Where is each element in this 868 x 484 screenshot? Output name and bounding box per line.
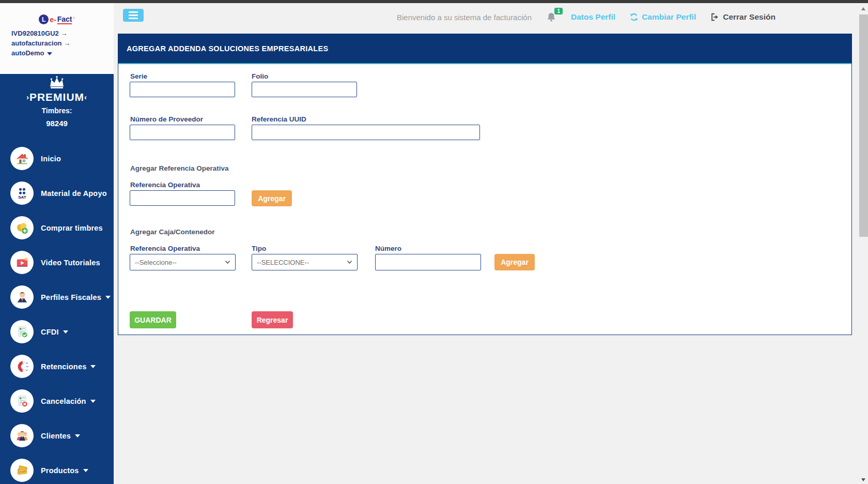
person-icon: [10, 285, 34, 309]
premium-decor-right: ‹: [84, 93, 87, 101]
video-icon: [10, 251, 34, 274]
chevron-down-icon: [90, 400, 96, 403]
datos-perfil-link[interactable]: Datos Perfil: [571, 12, 615, 22]
guardar-button[interactable]: GUARDAR: [130, 311, 176, 328]
timbres-value: 98249: [0, 119, 114, 128]
crown-icon: [47, 76, 67, 88]
topbar-right: Bienvenido a su sistema de facturación 1…: [397, 9, 776, 25]
sidebar-item-material-de-apoyo[interactable]: SAT Material de Apoyo: [0, 176, 114, 210]
document-cancel-icon: [10, 389, 34, 413]
logo-text-blue: Fact: [57, 15, 72, 24]
agregar-referencia-button[interactable]: Agregar: [252, 190, 292, 206]
premium-block: ›PREMIUM‹ Timbres: 98249: [0, 74, 114, 128]
sidebar-item-clientes[interactable]: Clientes: [0, 418, 114, 453]
sidebar-item-label: Perfiles Fiscales: [41, 293, 101, 301]
numero-input[interactable]: [375, 254, 481, 270]
sidebar-item-cancelacion[interactable]: Cancelación: [0, 384, 114, 418]
agregar-caja-button[interactable]: Agregar: [494, 254, 535, 270]
numero-proveedor-label: Número de Proveedor: [130, 115, 203, 123]
welcome-text: Bienvenido a su sistema de facturación: [397, 13, 532, 22]
account-rfc[interactable]: IVD920810GU2 →: [11, 28, 114, 38]
clients-icon: [10, 424, 34, 447]
sidebar-item-label: Comprar timbres: [41, 224, 103, 232]
regresar-button[interactable]: Regresar: [252, 311, 293, 328]
addenda-panel: AGREGAR ADDENDA SOLUCIONES EMPRESARIALES…: [118, 34, 852, 335]
serie-input[interactable]: [130, 82, 235, 97]
logo-text-red: e-: [50, 16, 56, 24]
folio-label: Folio: [252, 72, 268, 80]
sat-icon: SAT: [10, 182, 34, 205]
stamps-icon: [10, 216, 34, 239]
sidebar-item-label: Productos: [41, 466, 79, 475]
sidebar-item-label: Retenciones: [41, 362, 86, 371]
caja-section-title: Agregar Caja/Contenedor: [130, 228, 215, 236]
folio-input[interactable]: [252, 82, 357, 97]
sidebar-item-cfdi[interactable]: CFDI: [0, 314, 114, 349]
sidebar-item-label: Clientes: [41, 432, 71, 440]
referencia-uuid-input[interactable]: [252, 125, 480, 140]
sidebar-item-label: Video Tutoriales: [41, 259, 100, 267]
referencia-uuid-label: Referencia UUID: [252, 115, 306, 123]
account-profile-label: autoDemo: [11, 49, 44, 57]
app-logo: L e- Fact ’: [0, 14, 114, 24]
chevron-down-icon: [63, 330, 68, 334]
selected-option-label: --Seleccione--: [135, 259, 177, 266]
cambiar-perfil-label: Cambiar Perfil: [642, 12, 696, 22]
cerrar-sesion-link[interactable]: Cerrar Sesión: [710, 12, 776, 22]
logo-apostrophe: ’: [73, 16, 74, 23]
datos-perfil-label: Datos Perfil: [571, 12, 615, 22]
vertical-scrollbar[interactable]: [859, 3, 868, 484]
notifications-bell[interactable]: 1: [546, 11, 557, 23]
selected-option-label: --SELECCIONE--: [257, 259, 309, 266]
chevron-down-icon: [90, 365, 96, 368]
caja-ref-operativa-label: Referencia Operativa: [130, 245, 200, 252]
sidebar-item-label: CFDI: [41, 328, 59, 336]
sidebar: ›PREMIUM‹ Timbres: 98249 Inicio: [0, 74, 114, 484]
ticket-icon: TICKET: [10, 459, 34, 482]
sidebar-item-label: Cancelación: [41, 397, 86, 405]
magnet-icon: [10, 355, 34, 378]
sidebar-item-label: Material de Apoyo: [41, 189, 107, 198]
serie-label: Serie: [130, 72, 147, 80]
cerrar-sesion-label: Cerrar Sesión: [723, 12, 776, 22]
account-system[interactable]: autofacturacion →: [11, 38, 114, 48]
sidebar-menu: Inicio SAT Material de Apoyo: [0, 141, 114, 484]
timbres-label: Timbres:: [0, 107, 114, 115]
referencia-operativa-input[interactable]: [130, 190, 235, 206]
chevron-down-icon: [347, 260, 352, 264]
sidebar-item-video-tutoriales[interactable]: Video Tutoriales: [0, 245, 114, 280]
sidebar-item-inicio[interactable]: Inicio: [0, 141, 114, 176]
premium-decor-left: ›: [26, 93, 29, 101]
chevron-down-icon: [105, 296, 111, 299]
sidebar-item-productos[interactable]: TICKET Productos: [0, 453, 114, 484]
sign-out-icon: [710, 12, 719, 22]
ref-operativa-section-title: Agregar Referencia Operativa: [130, 164, 229, 172]
chevron-down-icon: [225, 260, 230, 264]
panel-title: AGREGAR ADDENDA SOLUCIONES EMPRESARIALES: [118, 34, 851, 64]
notification-badge: 1: [554, 8, 563, 14]
chevron-down-icon: [83, 469, 88, 472]
sidebar-item-label: Inicio: [41, 155, 61, 163]
numero-label: Número: [375, 245, 401, 252]
sidebar-item-retenciones[interactable]: Retenciones: [0, 349, 114, 384]
caja-ref-operativa-select[interactable]: --Seleccione--: [130, 254, 236, 270]
logo-circle-icon: L: [39, 14, 49, 24]
sidebar-top: L e- Fact ’ IVD920810GU2 → autofacturaci…: [0, 3, 114, 74]
account-profile-dropdown[interactable]: autoDemo: [11, 48, 114, 58]
svg-text:SAT: SAT: [18, 194, 26, 199]
chevron-down-icon: [75, 434, 80, 437]
refresh-icon: [629, 12, 639, 22]
top-window-strip: [0, 0, 868, 3]
tipo-select[interactable]: --SELECCIONE--: [252, 254, 358, 270]
scroll-up-icon[interactable]: [861, 7, 865, 10]
scrollbar-thumb[interactable]: [859, 14, 868, 237]
sidebar-item-comprar-timbres[interactable]: Comprar timbres: [0, 210, 114, 245]
scroll-down-icon[interactable]: [861, 478, 865, 481]
numero-proveedor-input[interactable]: [130, 125, 235, 140]
tipo-label: Tipo: [252, 245, 266, 252]
sidebar-toggle-button[interactable]: [123, 9, 144, 22]
cambiar-perfil-link[interactable]: Cambiar Perfil: [629, 12, 696, 22]
sidebar-item-perfiles-fiscales[interactable]: Perfiles Fiscales: [0, 280, 114, 314]
home-icon: [10, 147, 34, 170]
document-check-icon: [10, 320, 34, 343]
